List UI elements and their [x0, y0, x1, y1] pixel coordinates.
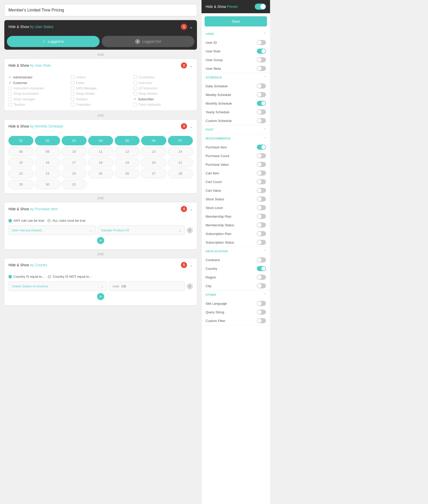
toggle-stock-status[interactable] — [257, 197, 266, 202]
all-rules-btn[interactable]: ALL rules must be true — [47, 219, 85, 222]
calendar-day[interactable]: 08 — [8, 147, 33, 156]
calendar-day[interactable]: 03 — [62, 136, 87, 145]
role-item[interactable]: Instructor — [133, 81, 193, 85]
calendar-day[interactable]: 11 — [88, 147, 113, 156]
toggle-weekly-schedule[interactable] — [257, 92, 266, 97]
toggle-country[interactable] — [257, 266, 266, 271]
toggle-cart-count[interactable] — [257, 179, 266, 184]
logged-out-button[interactable]: ✕ Logged-Out — [102, 36, 194, 47]
any-rule-btn[interactable]: ANY rule can be true — [8, 219, 44, 222]
calendar-day[interactable]: 15 — [8, 158, 33, 167]
calendar-day[interactable]: 24 — [62, 169, 87, 178]
calendar-day[interactable]: 19 — [115, 158, 140, 167]
country-not-btn[interactable]: Country IS NOT equal to... — [48, 275, 92, 278]
role-item[interactable]: Translator — [71, 103, 130, 106]
role-item[interactable]: Instructor's Assistant — [8, 86, 68, 90]
toggle-subscription-plan[interactable] — [257, 231, 266, 236]
calendar-day[interactable]: 31 — [62, 180, 87, 189]
role-item[interactable]: LMS Manager — [71, 86, 130, 90]
toggle-stock-level[interactable] — [257, 205, 266, 210]
toggle-yearly-schedule[interactable] — [257, 109, 266, 115]
toggle-city[interactable] — [257, 283, 266, 288]
calendar-day[interactable]: 04 — [88, 136, 113, 145]
calendar-day[interactable]: 07 — [168, 136, 193, 145]
calendar-day[interactable]: 06 — [141, 136, 166, 145]
calendar-day[interactable]: 28 — [168, 169, 193, 178]
sidebar-section-header-post[interactable]: POST⌃ — [202, 125, 270, 134]
role-item[interactable]: Teacher — [8, 103, 68, 106]
user-status-chevron[interactable]: ⌄ — [190, 24, 193, 29]
calendar-day[interactable]: 12 — [115, 147, 140, 156]
calendar-day[interactable]: 21 — [168, 158, 193, 167]
calendar-day[interactable]: 01 — [8, 136, 33, 145]
role-item[interactable]: Shop Accountant — [8, 92, 68, 95]
toggle-user-role[interactable] — [257, 49, 266, 54]
sidebar-section-header-schedule[interactable]: SCHEDULE⌃ — [202, 73, 270, 82]
page-title-input[interactable] — [4, 4, 197, 16]
toggle-custom-schedule[interactable] — [257, 118, 266, 123]
calendar-day[interactable]: 30 — [35, 180, 60, 189]
purchase-item-chevron[interactable]: ⌄ — [190, 207, 193, 212]
role-item[interactable]: Shop Worker — [133, 92, 193, 95]
toggle-purchase-value[interactable] — [257, 162, 266, 167]
monthly-schedule-chevron[interactable]: ⌄ — [190, 124, 193, 129]
country-chevron[interactable]: ⌄ — [190, 263, 193, 268]
condition-dropdown[interactable]: User has purchased... ⌄ — [8, 226, 96, 235]
role-item[interactable]: LP Instructor — [133, 86, 193, 90]
role-item[interactable]: ✓Customer — [8, 81, 68, 85]
calendar-day[interactable]: 25 — [88, 169, 113, 178]
country-dropdown[interactable]: United States of America ⌄ — [8, 282, 107, 291]
toggle-cart-item[interactable] — [257, 171, 266, 176]
role-item[interactable]: Author — [71, 75, 130, 79]
sidebar-section-header-woocommerce[interactable]: WOOCOMMERCE⌃ — [202, 134, 270, 143]
calendar-day[interactable]: 20 — [141, 158, 166, 167]
toggle-daily-schedule[interactable] — [257, 83, 266, 89]
calendar-day[interactable]: 02 — [35, 136, 60, 145]
add-country-rule-button[interactable]: + — [97, 293, 104, 300]
role-item[interactable]: Shop Vendor — [71, 92, 130, 95]
preset-toggle[interactable] — [255, 4, 266, 10]
calendar-day[interactable]: 27 — [141, 169, 166, 178]
calendar-day[interactable]: 18 — [88, 158, 113, 167]
toggle-user-group[interactable] — [257, 57, 266, 62]
calendar-day[interactable]: 14 — [168, 147, 193, 156]
user-role-chevron[interactable]: ⌄ — [190, 63, 193, 68]
remove-country-rule-button[interactable]: ✕ — [187, 283, 193, 289]
role-item[interactable]: Contributor — [133, 75, 193, 79]
toggle-user-meta[interactable] — [257, 66, 266, 71]
save-button[interactable]: Save — [205, 16, 267, 26]
add-purchase-rule-button[interactable]: + — [97, 237, 104, 244]
calendar-day[interactable]: 17 — [62, 158, 87, 167]
toggle-monthly-schedule[interactable] — [257, 101, 266, 106]
logged-in-button[interactable]: ✓ Logged-In — [7, 36, 100, 47]
sidebar-section-header-other[interactable]: OTHER⌃ — [202, 290, 270, 299]
role-item[interactable]: ✓Administrator — [8, 75, 68, 79]
calendar-day[interactable]: 22 — [8, 169, 33, 178]
remove-purchase-rule-button[interactable]: ✕ — [187, 227, 193, 233]
calendar-day[interactable]: 05 — [115, 136, 140, 145]
sidebar-section-header-geolocation[interactable]: GEOLOCATION⌃ — [202, 247, 270, 256]
toggle-subscription-status[interactable] — [257, 240, 266, 245]
toggle-purchase-item[interactable] — [257, 145, 266, 150]
product-dropdown[interactable]: Sample Product #3 ⌄ — [98, 226, 185, 235]
toggle-cart-value[interactable] — [257, 188, 266, 193]
toggle-membership-plan[interactable] — [257, 214, 266, 219]
role-item[interactable]: Shop manager — [8, 97, 68, 101]
calendar-day[interactable]: 16 — [35, 158, 60, 167]
calendar-day[interactable]: 09 — [35, 147, 60, 156]
country-is-btn[interactable]: Country IS equal to... — [8, 275, 45, 278]
toggle-continent[interactable] — [257, 257, 266, 262]
toggle-region[interactable] — [257, 275, 266, 280]
role-item[interactable]: ✓Subscriber — [133, 97, 193, 101]
role-item[interactable]: Student — [71, 97, 130, 101]
toggle-membership-status[interactable] — [257, 222, 266, 228]
sidebar-section-header-user[interactable]: USER⌃ — [202, 30, 270, 38]
calendar-day[interactable]: 26 — [115, 169, 140, 178]
calendar-day[interactable]: 13 — [141, 147, 166, 156]
calendar-day[interactable]: 29 — [8, 180, 33, 189]
calendar-day[interactable]: 10 — [62, 147, 87, 156]
toggle-query-string[interactable] — [257, 310, 266, 315]
role-item[interactable]: Editor — [71, 81, 130, 85]
calendar-day[interactable]: 23 — [35, 169, 60, 178]
toggle-site-language[interactable] — [257, 301, 266, 306]
